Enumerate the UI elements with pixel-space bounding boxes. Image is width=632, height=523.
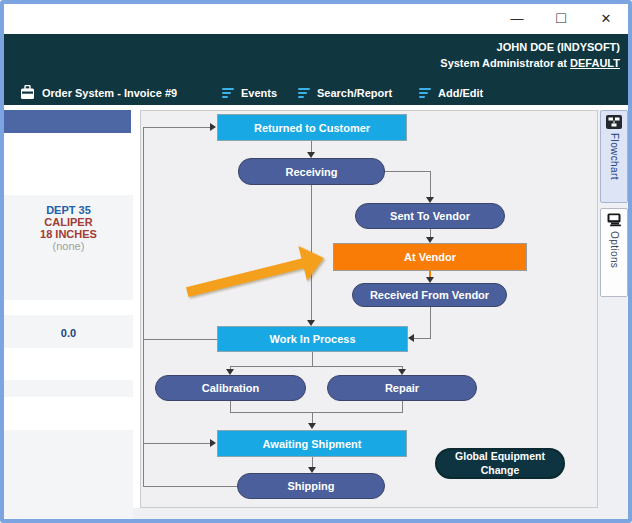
close-button[interactable]: ✕ (590, 6, 622, 31)
menu-order-system-label: Order System - Invoice #9 (42, 87, 177, 99)
bag-icon (20, 85, 35, 100)
connector-left-trunk (143, 127, 144, 487)
connector-awaiting-to-shipping (312, 457, 313, 467)
arrowhead-into-wip-right (408, 334, 414, 342)
sidebar-equipment-type: CALIPER (4, 216, 133, 228)
connector-received-to-wip-h (414, 338, 431, 339)
node-receiving[interactable]: Receiving (238, 158, 385, 185)
flowchart-icon (606, 115, 622, 129)
tab-flowchart-label: Flowchart (609, 133, 620, 180)
sidebar-extra: (none) (4, 240, 133, 252)
connector-sent-to-atvendor (430, 229, 431, 237)
node-shipping[interactable]: Shipping (237, 473, 385, 499)
minimize-button[interactable]: — (501, 6, 533, 31)
connector-wip-down (312, 352, 313, 366)
node-work-in-process[interactable]: Work In Process (217, 326, 408, 352)
logged-in-user: JOHN DOE (INDYSOFT) (497, 41, 620, 53)
node-returned-to-customer[interactable]: Returned to Customer (217, 114, 407, 141)
app-header: JOHN DOE (INDYSOFT) System Administrator… (4, 34, 628, 80)
arrowhead-into-awaiting-top (308, 423, 316, 429)
arrowhead-into-returned (210, 123, 216, 131)
sidebar-bottom-band (4, 430, 133, 519)
connector-wip-to-trunk (143, 339, 217, 340)
sidebar-value-row: 0.0 (4, 315, 133, 348)
sidebar-divider-band (4, 380, 133, 397)
menu-order-system[interactable]: Order System - Invoice #9 (20, 80, 177, 105)
connector-receiving-to-sent-v (430, 171, 431, 197)
node-received-from-vendor[interactable]: Received From Vendor (352, 283, 507, 307)
node-at-vendor[interactable]: At Vendor (333, 243, 527, 271)
title-bar (4, 4, 628, 34)
sidebar-size: 18 INCHES (4, 228, 133, 240)
menu-events[interactable]: Events (222, 80, 277, 105)
connector-trunk-to-awaiting (143, 443, 211, 444)
node-repair[interactable]: Repair (327, 375, 477, 401)
connector-merge-down (312, 412, 313, 423)
sidebar-equipment-panel: DEPT 35 CALIPER 18 INCHES (none) (4, 195, 133, 300)
sidebar-value: 0.0 (61, 327, 76, 339)
computer-icon (606, 213, 622, 227)
menu-add-edit-label: Add/Edit (438, 87, 483, 99)
tri-bars-icon (419, 88, 431, 98)
menu-events-label: Events (241, 87, 277, 99)
menu-search-report[interactable]: Search/Report (298, 80, 392, 105)
arrowhead-into-awaiting-left (210, 439, 216, 447)
connector-trunk-to-returned (143, 127, 211, 128)
connector-receiving-to-sent-h (385, 171, 431, 172)
tab-options-label: Options (609, 231, 620, 268)
tab-options[interactable]: Options (600, 208, 628, 297)
menu-add-edit[interactable]: Add/Edit (419, 80, 483, 105)
sidebar-dept: DEPT 35 (4, 204, 133, 216)
node-awaiting-shipment[interactable]: Awaiting Shipment (217, 430, 407, 457)
global-equipment-change-button[interactable]: Global Equipment Change (435, 448, 565, 479)
connector-shipping-to-trunk (143, 486, 245, 487)
default-site-link[interactable]: DEFAULT (570, 57, 620, 69)
connector-merge (230, 412, 403, 413)
menu-bar: Order System - Invoice #9 Events Search/… (4, 80, 628, 105)
sidebar-header-bar[interactable] (4, 110, 131, 133)
tab-flowchart[interactable]: Flowchart (600, 110, 628, 203)
role-line: System Administrator at DEFAULT (440, 57, 620, 69)
node-calibration[interactable]: Calibration (155, 375, 306, 401)
connector-received-to-wip-v (430, 307, 431, 339)
connector-wip-split (230, 366, 403, 367)
tri-bars-icon (222, 88, 234, 98)
node-sent-to-vendor[interactable]: Sent To Vendor (355, 203, 505, 229)
connector-returned-to-receiving (311, 141, 312, 152)
tri-bars-icon (298, 88, 310, 98)
menu-search-report-label: Search/Report (317, 87, 392, 99)
role-prefix: System Administrator at (440, 57, 570, 69)
maximize-button[interactable]: □ (545, 6, 577, 31)
